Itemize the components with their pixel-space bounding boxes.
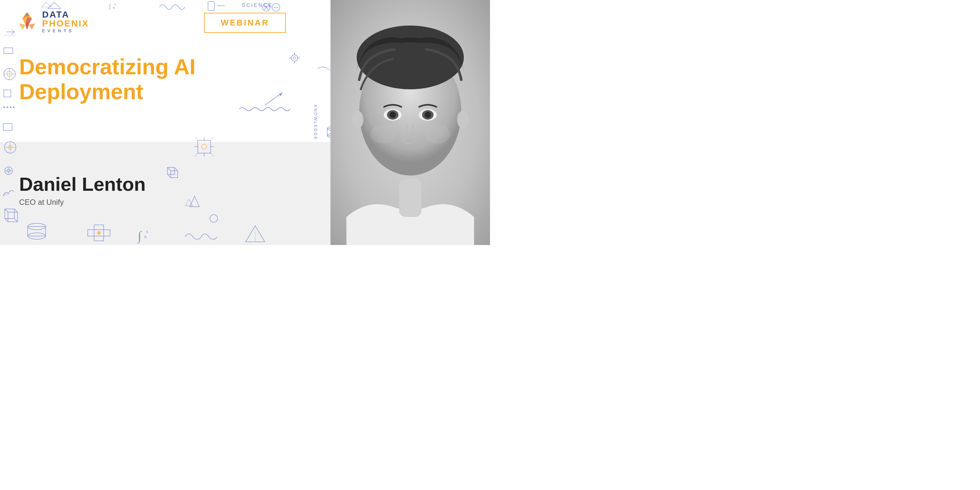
svg-text:x: x <box>146 229 148 234</box>
svg-line-74 <box>195 153 198 156</box>
webinar-badge: WEBINAR <box>204 13 286 33</box>
knowledge-text: KNOWLEDGE <box>313 105 318 140</box>
doodle-triangle-pair <box>185 195 204 207</box>
portrait-container <box>331 0 490 245</box>
doodle-integral-bottom: ∫ x a <box>137 226 163 243</box>
doodle-database <box>25 223 48 242</box>
svg-text:a: a <box>144 234 147 239</box>
doodle-square-left <box>3 89 13 97</box>
svg-rect-21 <box>4 48 13 54</box>
svg-line-44 <box>5 218 8 222</box>
svg-rect-26 <box>4 90 11 97</box>
doodle-wave-sm <box>3 185 17 198</box>
portrait-svg <box>331 0 490 245</box>
phoenix-icon <box>16 11 38 33</box>
svg-line-77 <box>167 167 171 171</box>
svg-text:∫: ∫ <box>137 229 142 243</box>
doodle-circle-sm <box>207 214 226 223</box>
doodle-integral: ∫ x a <box>108 2 124 10</box>
person-role: CEO at Unify <box>19 198 146 207</box>
doodle-rect-sm <box>3 123 14 132</box>
svg-rect-47 <box>28 226 46 236</box>
svg-point-113 <box>390 111 396 118</box>
doodle-cube-sm <box>166 166 182 182</box>
svg-point-121 <box>457 111 469 129</box>
doodle-flask <box>207 1 239 12</box>
svg-line-73 <box>210 137 214 140</box>
svg-line-72 <box>195 137 198 140</box>
doodle-triangle-1 <box>41 1 60 10</box>
logo-phoenix: PHOENIX <box>42 19 89 28</box>
svg-line-43 <box>14 209 18 212</box>
doodle-wave-bottom <box>185 226 217 243</box>
logo-text: DATA PHOENIX EVENTS <box>42 10 89 33</box>
svg-line-79 <box>167 175 171 178</box>
svg-rect-66 <box>198 140 210 153</box>
doodle-triangle-bottom <box>242 224 268 243</box>
logo-data: DATA <box>42 10 89 19</box>
svg-rect-76 <box>171 171 178 178</box>
doodle-dots-left <box>3 105 15 109</box>
svg-point-83 <box>210 215 218 222</box>
svg-rect-31 <box>3 124 12 130</box>
logo-events: EVENTS <box>42 29 89 33</box>
svg-point-27 <box>3 107 5 108</box>
svg-marker-100 <box>29 23 35 30</box>
svg-marker-101 <box>25 25 29 30</box>
doodle-crosshair <box>191 134 217 159</box>
svg-line-78 <box>175 167 178 171</box>
doodle-wave <box>159 1 185 12</box>
svg-point-28 <box>7 107 8 108</box>
doodle-target <box>3 67 17 81</box>
svg-point-118 <box>371 124 396 143</box>
svg-marker-99 <box>19 23 25 30</box>
main-title: Democratizing AI Deployment <box>19 54 305 104</box>
svg-point-30 <box>13 107 15 108</box>
svg-point-71 <box>202 144 207 149</box>
webinar-label: WEBINAR <box>221 18 269 27</box>
svg-text:a: a <box>113 6 115 9</box>
person-info: Daniel Lenton CEO at Unify <box>19 173 146 207</box>
doodle-star-shape <box>86 223 111 242</box>
svg-line-75 <box>210 153 214 156</box>
svg-point-29 <box>10 107 11 108</box>
svg-rect-5 <box>208 2 215 11</box>
doodle-target-sm <box>4 166 17 175</box>
banner: ∫ x a SCiENCE <box>0 0 490 245</box>
svg-line-42 <box>5 209 8 212</box>
svg-point-119 <box>425 124 450 143</box>
science-text: SCiENCE <box>242 3 273 8</box>
doodle-rect-left <box>3 46 14 54</box>
svg-point-116 <box>425 111 431 118</box>
svg-marker-1 <box>41 2 51 7</box>
svg-text:∫: ∫ <box>109 3 111 10</box>
doodle-arrow-left <box>5 27 18 37</box>
person-name: Daniel Lenton <box>19 173 146 195</box>
svg-line-45 <box>14 218 18 222</box>
data-phoenix-logo: DATA PHOENIX EVENTS <box>16 10 89 33</box>
svg-marker-81 <box>190 196 199 207</box>
svg-point-51 <box>97 231 101 235</box>
svg-rect-108 <box>399 179 422 217</box>
doodle-cube <box>3 207 21 225</box>
svg-point-120 <box>352 111 363 129</box>
doodle-circle-target <box>3 140 18 155</box>
